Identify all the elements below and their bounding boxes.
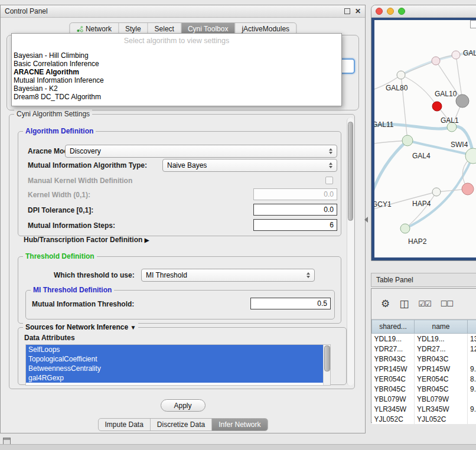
table-row: YBR045CYBR045C9. (372, 384, 476, 394)
network-node[interactable] (432, 57, 440, 65)
network-tool-box[interactable] (470, 20, 476, 28)
cell[interactable]: YER054C (372, 374, 415, 384)
cell[interactable]: YPR145W (415, 364, 468, 374)
network-node[interactable] (397, 71, 405, 79)
minimize-traffic-light[interactable] (387, 8, 394, 15)
hub-section-toggle[interactable]: Hub/Transcription Factor Definition ▶ (24, 236, 149, 244)
aracne-mode-select[interactable]: Discovery (65, 145, 337, 158)
deselect-all-columns-icon[interactable]: ☐☐ (441, 300, 453, 308)
cell[interactable]: YER054C (415, 374, 468, 384)
cell[interactable] (468, 354, 476, 364)
cell[interactable]: 8. (468, 374, 476, 384)
table-columns-icon[interactable]: ◫ (399, 299, 409, 309)
cell[interactable]: YBR043C (372, 354, 415, 364)
zoom-traffic-light[interactable] (398, 8, 405, 15)
algorithm-option[interactable]: Basic Correlation Inference (12, 60, 341, 68)
cell[interactable] (468, 414, 476, 424)
table-panel-titlebar[interactable]: Table Panel (371, 273, 476, 287)
cell[interactable]: YBL079W (415, 394, 468, 404)
cell[interactable]: YDR27... (415, 344, 468, 354)
network-node[interactable] (402, 135, 413, 146)
cell[interactable]: 9. (468, 404, 476, 414)
data-attributes-list: SelfLoops TopologicalCoefficient Between… (25, 344, 331, 386)
table-panel-window: ⚙ ◫ ☑☑ ☐☐ shared... name YDL19...YDL19..… (371, 288, 476, 423)
cell[interactable]: YDL19... (415, 334, 468, 344)
float-window-icon[interactable] (344, 8, 350, 14)
tab-infer-network[interactable]: Infer Network (212, 419, 267, 431)
which-threshold-label: Which threshold to use: (54, 271, 135, 279)
tab-label: Network (86, 25, 112, 33)
attributes-scrollbar[interactable] (323, 345, 330, 385)
cell[interactable]: 9. (468, 384, 476, 394)
node-label: GCY1 (374, 200, 392, 208)
cell[interactable]: YLR345W (415, 404, 468, 414)
cell[interactable]: YBR045C (372, 384, 415, 394)
attributes-scrollbar-thumb[interactable] (324, 345, 330, 371)
cell[interactable]: YLR345W (372, 404, 415, 414)
settings-scrollbar-thumb[interactable] (348, 122, 353, 221)
cell[interactable]: YBR045C (415, 384, 468, 394)
stepper-icon (303, 272, 310, 278)
network-window-titlebar[interactable] (371, 5, 476, 18)
dpi-tolerance-field[interactable] (253, 204, 337, 216)
cell[interactable]: 13 (468, 334, 476, 344)
network-node-red[interactable] (432, 102, 442, 111)
cell[interactable]: YPR145W (372, 364, 415, 374)
stepper-icon (325, 162, 332, 168)
mi-steps-field[interactable] (253, 219, 337, 231)
attribute-item-selected[interactable]: TopologicalCoefficient (26, 354, 323, 364)
settings-scrollbar[interactable] (347, 118, 354, 386)
cell[interactable]: YDL19... (372, 334, 415, 344)
network-canvas[interactable]: GAL GAL80 GAL10 GAL11 GAL1 SWI4 GAL4 GCY… (374, 20, 476, 257)
attribute-item-selected[interactable]: gal4RGexp (26, 373, 323, 383)
mi-type-select[interactable]: Naive Bayes (162, 159, 337, 172)
cell[interactable]: YDR27... (372, 344, 415, 354)
tab-discretize-data[interactable]: Discretize Data (151, 419, 212, 431)
close-icon[interactable]: ✕ (355, 8, 361, 15)
tab-label: jActiveModules (242, 25, 289, 33)
cell[interactable]: YJL052C (415, 414, 468, 424)
select-all-columns-icon[interactable]: ☑☑ (418, 300, 431, 308)
apply-button[interactable]: Apply (161, 399, 206, 412)
column-header-shared-name[interactable]: shared... (372, 320, 415, 334)
tab-label: Infer Network (219, 420, 260, 429)
column-header-extra[interactable] (468, 320, 476, 334)
network-node[interactable] (432, 188, 441, 196)
mi-threshold-group-title: MI Threshold Definition (31, 286, 114, 294)
algorithm-option[interactable]: Mutual Information Inference (12, 76, 341, 84)
column-header-name[interactable]: name (415, 320, 468, 334)
mi-threshold-label: Mutual Information Threshold: (32, 300, 134, 308)
close-traffic-light[interactable] (376, 8, 383, 15)
algorithm-option[interactable]: Bayesian - Hill Climbing (12, 51, 341, 60)
cell[interactable] (468, 394, 476, 404)
cell[interactable]: 9. (468, 364, 476, 374)
tab-impute-data[interactable]: Impute Data (98, 419, 150, 431)
manual-kernel-checkbox (325, 177, 333, 184)
collapsed-arrow-icon[interactable]: ▶ (145, 237, 149, 243)
table-settings-gear-icon[interactable]: ⚙ (381, 299, 390, 309)
network-node[interactable] (452, 51, 460, 59)
expanded-arrow-icon[interactable]: ▼ (130, 324, 136, 331)
window-title: Control Panel (5, 7, 48, 15)
control-panel-titlebar[interactable]: Control Panel ✕ (1, 5, 365, 18)
table-row: YLR345WYLR345W9. (372, 404, 476, 414)
cell[interactable]: YBR043C (415, 354, 468, 364)
sources-toggle[interactable]: Sources for Network Inference ▼ (23, 323, 138, 331)
network-node-pink[interactable] (462, 183, 474, 195)
attribute-item-selected[interactable]: SelfLoops (26, 345, 323, 354)
kernel-width-field (253, 188, 337, 200)
mi-threshold-field[interactable] (250, 298, 331, 309)
network-node[interactable] (400, 224, 410, 233)
cell[interactable]: YJL052C (372, 414, 415, 424)
cell[interactable]: YBL079W (372, 394, 415, 404)
algorithm-option-selected[interactable]: ARACNE Algorithm (12, 68, 341, 76)
network-node-gray[interactable] (456, 94, 469, 107)
which-threshold-select[interactable]: MI Threshold (141, 269, 315, 282)
splitpane-collapse-handle[interactable] (364, 217, 368, 223)
algorithm-option[interactable]: Bayesian - K2 (12, 84, 341, 93)
table-row: YBR043CYBR043C (372, 354, 476, 364)
algorithm-option[interactable]: Dream8 DC_TDC Algorithm (12, 93, 341, 101)
attribute-item-selected[interactable]: BetweennessCentrality (26, 364, 323, 373)
which-threshold-value: MI Threshold (146, 271, 187, 279)
cell[interactable]: 12 (468, 344, 476, 354)
